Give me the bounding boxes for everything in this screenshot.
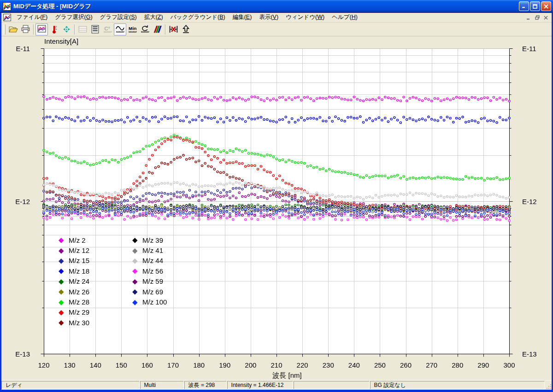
- legend-diamond-icon: ◆: [59, 246, 67, 255]
- toolbar-button-export[interactable]: [180, 23, 192, 35]
- status-mode: Multi: [140, 381, 184, 389]
- toolbar-button-open-file[interactable]: [7, 23, 19, 35]
- menu-item-3[interactable]: 拡大(Z): [141, 12, 167, 23]
- legend-item: ◆M/z 24: [59, 276, 89, 287]
- menu-item-6[interactable]: 表示(V): [255, 12, 282, 23]
- legend-diamond-icon: ◆: [132, 267, 141, 275]
- mdi-minimize-button[interactable]: [524, 14, 532, 21]
- x-tick-label: 300: [499, 361, 519, 369]
- min-icon: Min: [128, 24, 137, 34]
- resize-grip[interactable]: [545, 381, 552, 389]
- legend-diamond-icon: ◆: [59, 277, 67, 286]
- app-icon: [3, 2, 11, 11]
- status-bar: レディ Multi 波長 = 298 Intensity = 1.466E-12…: [1, 380, 552, 390]
- legend-diamond-icon: ◆: [132, 287, 141, 296]
- y-axis-title: Intensity[A]: [44, 37, 78, 45]
- status-ready: レディ: [1, 381, 140, 389]
- toolbar-grip[interactable]: [4, 24, 6, 35]
- legend-diamond-icon: ◆: [132, 236, 141, 244]
- toolbar-button-min-scale[interactable]: Min: [126, 23, 139, 35]
- x-tick-label: 260: [396, 361, 416, 369]
- legend-label: M/z 69: [142, 288, 163, 296]
- x-tick-label: 250: [370, 361, 390, 369]
- menu-item-7[interactable]: ウィンドウ(W): [282, 12, 328, 23]
- minimize-button[interactable]: [519, 1, 529, 11]
- legend-label: M/z 18: [69, 267, 89, 275]
- legend-label: M/z 56: [142, 267, 163, 275]
- x-tick-label: 280: [447, 361, 468, 369]
- x-axis-title: 波長 [nm]: [257, 371, 317, 380]
- status-intensity: Intensity = 1.466E-12: [227, 381, 293, 389]
- close-button[interactable]: [541, 1, 551, 11]
- legend-label: M/z 30: [69, 319, 89, 327]
- legend-label: M/z 59: [142, 277, 163, 285]
- menu-item-4[interactable]: バックグラウンド(B): [167, 12, 229, 23]
- toolbar-button-reset-x-range[interactable]: [167, 23, 180, 35]
- legend-item: ◆M/z 30: [59, 317, 89, 328]
- mdi-close-button[interactable]: [542, 14, 550, 21]
- y-tick-label-left: E-11: [9, 45, 30, 53]
- compress-arrows-icon: [62, 24, 71, 34]
- grid-icon: [78, 24, 88, 34]
- toolbar-separator: [165, 24, 166, 35]
- toolbar-button-graph-select[interactable]: [35, 23, 48, 35]
- toolbar-button-fit-view[interactable]: [60, 23, 73, 35]
- title-bar: MIDデータ処理 - [MIDグラフ: [0, 0, 553, 13]
- menu-item-2[interactable]: グラフ設定(S): [96, 12, 141, 23]
- mdi-restore-button[interactable]: [533, 14, 541, 21]
- multi-chart-icon: [153, 24, 162, 34]
- menu-item-8[interactable]: ヘルプ(H): [328, 12, 361, 23]
- legend-diamond-icon: ◆: [59, 298, 67, 306]
- toolbar-button-rescale[interactable]: [139, 23, 151, 35]
- x-tick-label: 190: [215, 361, 235, 369]
- legend-diamond-icon: ◆: [59, 236, 67, 244]
- x-tick-label: 150: [111, 361, 131, 369]
- toolbar-button-data-list[interactable]: [89, 23, 101, 35]
- printer-icon: [21, 24, 30, 34]
- toolbar-button-temp-scale: C°: [101, 23, 114, 35]
- toolbar-button-multi-graph[interactable]: [151, 23, 164, 35]
- window-bottom-border: [0, 390, 553, 392]
- x-tick-label: 160: [137, 361, 157, 369]
- graph-icon: [37, 24, 47, 34]
- y-tick-label-right: E-11: [522, 45, 543, 53]
- legend-label: M/z 28: [69, 298, 89, 306]
- x-tick-label: 270: [422, 361, 442, 369]
- toolbar-separator: [74, 24, 75, 35]
- wave-icon: [115, 24, 125, 34]
- toolbar: C°Min: [1, 23, 552, 36]
- legend-label: M/z 41: [142, 246, 163, 254]
- toolbar-button-thermometer[interactable]: [48, 23, 60, 35]
- legend-label: M/z 24: [69, 277, 89, 285]
- toolbar-button-wave-scale[interactable]: [114, 23, 126, 35]
- plot-canvas[interactable]: [1, 36, 552, 380]
- y-tick-label-right: E-12: [522, 198, 543, 205]
- menu-item-5[interactable]: 編集(E): [229, 12, 256, 23]
- x-tick-label: 120: [34, 361, 54, 369]
- legend-diamond-icon: ◆: [132, 298, 141, 306]
- legend-label: M/z 26: [69, 288, 89, 296]
- y-tick-label-left: E-12: [9, 198, 30, 205]
- x-tick-label: 290: [473, 361, 494, 369]
- legend-diamond-icon: ◆: [132, 246, 141, 255]
- status-wavelength: 波長 = 298: [184, 381, 227, 389]
- legend-item: ◆M/z 41: [132, 245, 167, 255]
- x-tick-label: 240: [344, 361, 364, 369]
- celsius-icon: C°: [103, 24, 112, 34]
- legend-diamond-icon: ◆: [132, 277, 141, 286]
- maximize-button[interactable]: [530, 1, 540, 11]
- x-tick-label: 130: [59, 361, 80, 369]
- menu-item-1[interactable]: グラフ選択(G): [51, 12, 96, 23]
- legend-item: ◆M/z 18: [59, 266, 89, 276]
- x-tick-label: 170: [163, 361, 183, 369]
- window-title: MIDデータ処理 - [MIDグラフ: [13, 2, 518, 11]
- x-tick-label: 210: [266, 361, 287, 369]
- menu-item-0[interactable]: ファイル(F): [13, 12, 51, 23]
- legend-item: ◆M/z 100: [132, 297, 167, 307]
- status-spacer: [294, 381, 370, 389]
- legend-diamond-icon: ◆: [59, 267, 67, 275]
- menu-items: ファイル(F)グラフ選択(G)グラフ設定(S)拡大(Z)バックグラウンド(B)編…: [13, 12, 361, 23]
- toolbar-button-print[interactable]: [19, 23, 32, 35]
- legend-diamond-icon: ◆: [59, 308, 67, 316]
- legend-item: ◆M/z 29: [59, 307, 89, 317]
